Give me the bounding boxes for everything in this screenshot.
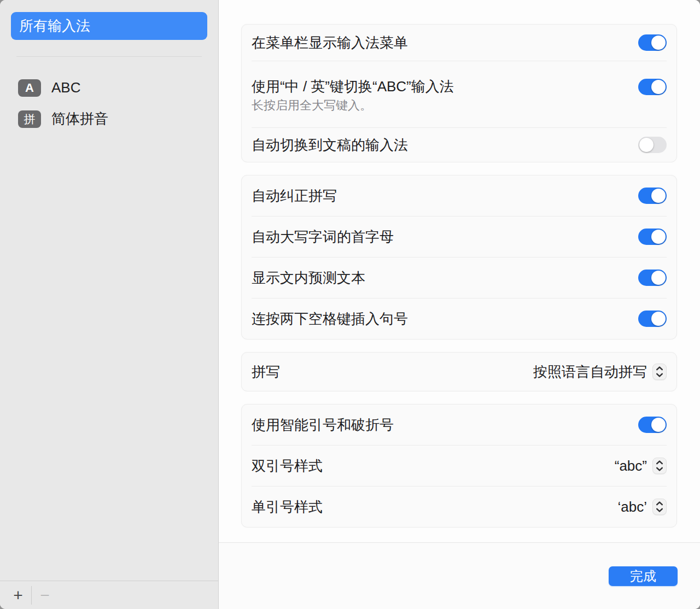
toggle-double-space-period[interactable] xyxy=(638,311,667,327)
settings-group-menu: 在菜单栏显示输入法菜单 使用“中 / 英”键切换“ABC”输入法 长按启用全大写… xyxy=(241,24,677,162)
row-inline-predictive-text: 显示文内预测文本 xyxy=(242,257,676,298)
abc-input-method-icon: A xyxy=(18,79,41,97)
toggle-auto-correct-spelling[interactable] xyxy=(638,188,667,204)
toggle-knob xyxy=(651,271,666,285)
sidebar-divider xyxy=(16,56,202,57)
row-show-input-menu-in-menu-bar: 在菜单栏显示输入法菜单 xyxy=(242,25,676,61)
toggle-knob xyxy=(651,312,666,326)
double-quote-style-popup-button[interactable]: “abc” xyxy=(615,458,667,475)
sidebar-item-abc[interactable]: A ABC xyxy=(0,72,218,103)
toggle-knob xyxy=(651,418,666,432)
setting-label: 自动大写字词的首字母 xyxy=(252,228,394,245)
toggle-show-input-menu[interactable] xyxy=(638,34,667,51)
sidebar-item-label: 简体拼音 xyxy=(51,109,108,128)
popup-selected-value: 按照语言自动拼写 xyxy=(533,362,647,382)
setting-label: 在菜单栏显示输入法菜单 xyxy=(252,34,408,51)
toggle-knob xyxy=(639,138,654,152)
row-spelling: 拼写 按照语言自动拼写 xyxy=(242,353,676,391)
input-method-list: A ABC 拼 简体拼音 xyxy=(0,72,218,134)
setting-label: 单引号样式 xyxy=(252,498,323,516)
toggle-knob xyxy=(651,230,666,244)
setting-label: 使用智能引号和破折号 xyxy=(252,416,394,434)
footer-separator xyxy=(31,586,32,605)
sheet-footer: 完成 xyxy=(219,542,700,609)
sidebar-item-simplified-pinyin[interactable]: 拼 简体拼音 xyxy=(0,103,218,134)
row-auto-correct-spelling: 自动纠正拼写 xyxy=(242,175,676,216)
toggle-knob xyxy=(651,36,666,50)
setting-label: 双引号样式 xyxy=(252,457,323,475)
chevron-up-down-icon xyxy=(652,364,667,380)
done-button[interactable]: 完成 xyxy=(609,566,678,586)
toggle-inline-predictive-text[interactable] xyxy=(638,270,667,286)
row-single-quote-style: 单引号样式 ‘abc’ xyxy=(242,487,676,527)
row-caps-lock-switch-abc: 使用“中 / 英”键切换“ABC”输入法 长按启用全大写键入。 xyxy=(242,61,676,127)
toggle-caps-lock-switch[interactable] xyxy=(638,79,667,95)
toggle-knob xyxy=(651,189,666,203)
toggle-auto-switch-document[interactable] xyxy=(638,137,667,153)
row-double-space-period: 连按两下空格键插入句号 xyxy=(242,298,676,339)
popup-selected-value: “abc” xyxy=(615,458,647,475)
plus-icon: + xyxy=(13,587,23,604)
settings-group-typing: 自动纠正拼写 自动大写字词的首字母 显示文内预测文本 连按两下空格键插入句号 xyxy=(241,175,677,339)
pinyin-input-method-icon: 拼 xyxy=(18,110,41,128)
sidebar-item-all-input-methods[interactable]: 所有输入法 xyxy=(11,12,207,40)
single-quote-style-popup-button[interactable]: ‘abc’ xyxy=(618,499,667,516)
minus-icon: − xyxy=(40,587,50,604)
setting-label: 显示文内预测文本 xyxy=(252,269,365,286)
chevron-up-down-icon xyxy=(652,499,667,515)
chevron-up-down-icon xyxy=(652,458,667,474)
settings-group-quotes: 使用智能引号和破折号 双引号样式 “abc” xyxy=(241,404,677,528)
input-sources-settings-sheet: 所有输入法 A ABC 拼 简体拼音 + − xyxy=(0,0,700,609)
popup-selected-value: ‘abc’ xyxy=(618,499,647,516)
toggle-smart-quotes-dashes[interactable] xyxy=(638,417,667,433)
settings-group-spelling: 拼写 按照语言自动拼写 xyxy=(241,352,677,391)
row-auto-switch-to-document-input: 自动切换到文稿的输入法 xyxy=(242,128,676,162)
setting-label: 使用“中 / 英”键切换“ABC”输入法 xyxy=(252,78,454,95)
remove-input-method-button[interactable]: − xyxy=(35,583,55,607)
toggle-auto-capitalize[interactable] xyxy=(638,229,667,245)
setting-label: 自动切换到文稿的输入法 xyxy=(252,136,408,154)
sidebar: 所有输入法 A ABC 拼 简体拼音 + − xyxy=(0,0,219,609)
toggle-knob xyxy=(651,80,666,94)
setting-label: 拼写 xyxy=(252,363,280,380)
setting-sublabel: 长按启用全大写键入。 xyxy=(252,98,454,113)
setting-text: 使用“中 / 英”键切换“ABC”输入法 长按启用全大写键入。 xyxy=(252,78,454,113)
row-auto-capitalize-words: 自动大写字词的首字母 xyxy=(242,216,676,257)
sidebar-footer: + − xyxy=(0,581,218,609)
row-smart-quotes-dashes: 使用智能引号和破折号 xyxy=(242,405,676,445)
add-input-method-button[interactable]: + xyxy=(8,583,28,607)
row-double-quote-style: 双引号样式 “abc” xyxy=(242,446,676,486)
setting-label: 连按两下空格键插入句号 xyxy=(252,310,408,327)
setting-label: 自动纠正拼写 xyxy=(252,187,337,204)
spelling-popup-button[interactable]: 按照语言自动拼写 xyxy=(533,362,667,382)
sidebar-item-label: 所有输入法 xyxy=(19,16,90,36)
settings-panel: 在菜单栏显示输入法菜单 使用“中 / 英”键切换“ABC”输入法 长按启用全大写… xyxy=(219,0,700,609)
settings-content: 在菜单栏显示输入法菜单 使用“中 / 英”键切换“ABC”输入法 长按启用全大写… xyxy=(219,0,700,542)
sidebar-item-label: ABC xyxy=(51,79,80,96)
